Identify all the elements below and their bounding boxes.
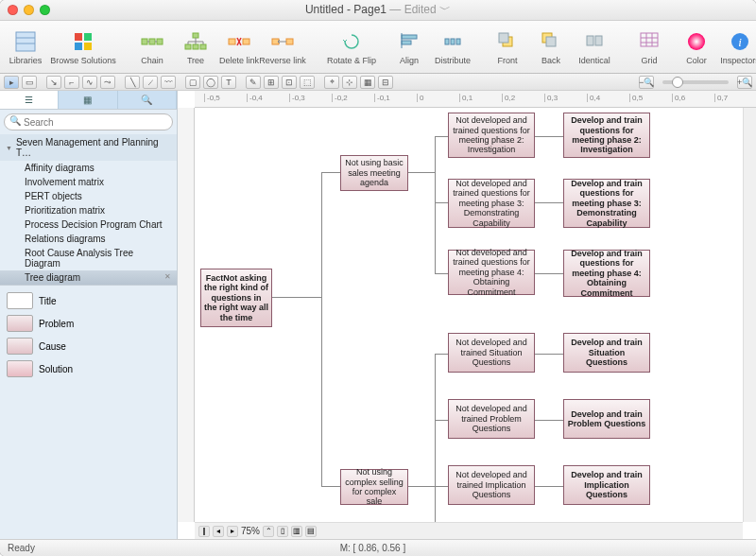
node-c2[interactable]: Not developed and trained questions for …	[448, 179, 535, 228]
page-next-button[interactable]: ▸	[227, 526, 238, 537]
shape-cause[interactable]: Cause	[4, 335, 173, 357]
zoom-slider[interactable]	[662, 80, 729, 84]
view-mode-3[interactable]: ▤	[305, 526, 317, 537]
library-item-pert[interactable]: PERT objects	[0, 189, 177, 203]
polyline-tool[interactable]: ⟋	[143, 76, 158, 89]
svg-rect-13	[185, 44, 191, 49]
node-c1[interactable]: Not developed and trained questions for …	[448, 113, 535, 158]
misc-tool-2[interactable]: ⊞	[264, 76, 279, 89]
library-item-prioritization[interactable]: Prioritization matrix	[0, 203, 177, 217]
view-mode-1[interactable]: ▯	[277, 526, 288, 537]
sidebar-tab-grid[interactable]: ▦	[59, 91, 117, 109]
library-item-involvement[interactable]: Involvement matrix	[0, 175, 177, 189]
node-d2[interactable]: Develop and train questions for meeting …	[563, 179, 650, 228]
snap-tool-4[interactable]: ⊟	[378, 76, 393, 89]
distribute-button[interactable]: Distribute	[433, 29, 472, 65]
chain-button[interactable]: Chain	[132, 29, 172, 65]
search-input[interactable]	[4, 113, 173, 130]
misc-tool-1[interactable]: ✎	[246, 76, 261, 89]
titlebar: Untitled - Page1 — Edited ﹀	[0, 0, 756, 21]
tool-strip: ▸ ▭ ↘ ⌐ ∿ ⤳ ╲ ⟋ 〰 ▢ ◯ T ✎ ⊞ ⊡ ⬚ ⌖ ⊹ ▦ ⊟ …	[0, 74, 756, 91]
shape-solution[interactable]: Solution	[4, 357, 173, 380]
libraries-label: Libraries	[9, 56, 43, 65]
node-branch-1[interactable]: Not using basic sales meeting agenda	[340, 155, 408, 191]
node-c5[interactable]: Not developed and trained Problem Questi…	[448, 399, 535, 439]
curve-tool[interactable]: 〰	[161, 76, 176, 89]
ellipse-tool[interactable]: ◯	[203, 76, 218, 89]
library-item-rootcause[interactable]: Root Cause Analysis Tree Diagram	[0, 246, 177, 270]
connector	[535, 136, 563, 137]
connector	[535, 486, 563, 487]
snap-tool-2[interactable]: ⊹	[342, 76, 357, 89]
vertical-scrollbar[interactable]	[743, 108, 756, 522]
ruler-tick: 0,7	[714, 94, 728, 102]
color-label: Color	[686, 56, 707, 65]
collapse-handle-icon[interactable]: ‖	[198, 526, 210, 537]
zoom-step-button[interactable]: ⌃	[263, 526, 274, 537]
svg-rect-36	[546, 37, 556, 46]
snap-tool-1[interactable]: ⌖	[324, 76, 339, 89]
inspectors-button[interactable]: i Inspectors	[720, 29, 756, 65]
svg-rect-3	[75, 33, 82, 41]
library-header-label: Seven Management and Planning T…	[16, 137, 171, 158]
node-branch-2[interactable]: Not using complex selling for complex sa…	[340, 469, 408, 505]
rotate-flip-button[interactable]: Rotate & Flip	[318, 29, 386, 65]
identical-button[interactable]: Identical	[575, 29, 614, 65]
library-item-relations[interactable]: Relations diagrams	[0, 232, 177, 246]
connector-tool-2[interactable]: ⌐	[64, 76, 79, 89]
rect-tool[interactable]: ▢	[185, 76, 200, 89]
connector-tool-3[interactable]: ∿	[82, 76, 97, 89]
svg-rect-28	[402, 41, 411, 44]
snap-tool-3[interactable]: ▦	[360, 76, 375, 89]
shape-palette: Title Problem Cause Solution	[0, 285, 177, 384]
tree-button[interactable]: Tree	[176, 29, 215, 65]
title-dropdown-icon[interactable]: ﹀	[439, 3, 451, 16]
misc-tool-3[interactable]: ⊡	[282, 76, 297, 89]
delete-link-button[interactable]: Delete link	[219, 29, 259, 65]
sidebar-tab-libraries[interactable]: ☰	[0, 91, 59, 109]
library-header[interactable]: Seven Management and Planning T…	[0, 134, 177, 161]
node-c3[interactable]: Not developed and trained questions for …	[448, 250, 535, 295]
browse-solutions-button[interactable]: Browse Solutions	[49, 29, 117, 65]
node-d4[interactable]: Develop and train Situation Questions	[563, 333, 650, 373]
connector-tool-4[interactable]: ⤳	[100, 76, 115, 89]
front-button[interactable]: Front	[488, 29, 527, 65]
connector-tool-1[interactable]: ↘	[46, 76, 61, 89]
horizontal-ruler[interactable]: -0,5 -0,4 -0,3 -0,2 -0,1 0 0,1 0,2 0,3 0…	[195, 91, 756, 108]
color-button[interactable]: Color	[677, 29, 716, 65]
grid-button[interactable]: Grid	[629, 29, 669, 65]
text-tool[interactable]: T	[221, 76, 236, 89]
node-root[interactable]: FactNot asking the right kind of questio…	[200, 269, 272, 327]
reverse-link-button[interactable]: Reverse link	[263, 29, 302, 65]
page-prev-button[interactable]: ◂	[213, 526, 224, 537]
node-c6[interactable]: Not developed and trained Implication Qu…	[448, 465, 535, 505]
view-mode-2[interactable]: ▥	[291, 526, 302, 537]
distribute-icon	[440, 29, 465, 54]
misc-tool-4[interactable]: ⬚	[300, 76, 315, 89]
library-item-affinity[interactable]: Affinity diagrams	[0, 161, 177, 175]
sidebar-tab-search[interactable]: 🔍	[118, 91, 177, 109]
ruler-tick: 0	[417, 94, 423, 102]
node-c4[interactable]: Not developed and trained Situation Ques…	[448, 333, 535, 373]
node-d3[interactable]: Develop and train questions for meeting …	[563, 250, 650, 297]
node-d6[interactable]: Develop and train Implication Questions	[563, 465, 650, 505]
svg-rect-4	[84, 33, 92, 41]
drawing-canvas[interactable]: FactNot asking the right kind of questio…	[195, 108, 743, 522]
libraries-button[interactable]: Libraries	[6, 29, 45, 65]
shape-title[interactable]: Title	[4, 289, 173, 312]
zoom-in-button[interactable]: +🔍	[737, 76, 752, 89]
zoom-out-button[interactable]: −🔍	[639, 76, 654, 89]
library-item-tree-diagram[interactable]: Tree diagram	[0, 270, 177, 285]
pointer-tool[interactable]: ▸	[4, 76, 19, 89]
shape-problem[interactable]: Problem	[4, 312, 173, 335]
zoom-value[interactable]: 75%	[241, 526, 260, 536]
align-button[interactable]: Align	[389, 29, 429, 65]
library-item-pdpc[interactable]: Process Decision Program Chart	[0, 217, 177, 232]
select-tool[interactable]: ▭	[22, 76, 37, 89]
vertical-ruler[interactable]	[178, 108, 195, 522]
horizontal-scrollbar[interactable]: ‖ ◂ ▸ 75% ⌃ ▯ ▥ ▤	[195, 522, 743, 539]
line-tool[interactable]: ╲	[125, 76, 140, 89]
back-button[interactable]: Back	[531, 29, 571, 65]
node-d5[interactable]: Develop and train Problem Questions	[563, 399, 650, 439]
node-d1[interactable]: Develop and train questions for meeting …	[563, 113, 650, 158]
